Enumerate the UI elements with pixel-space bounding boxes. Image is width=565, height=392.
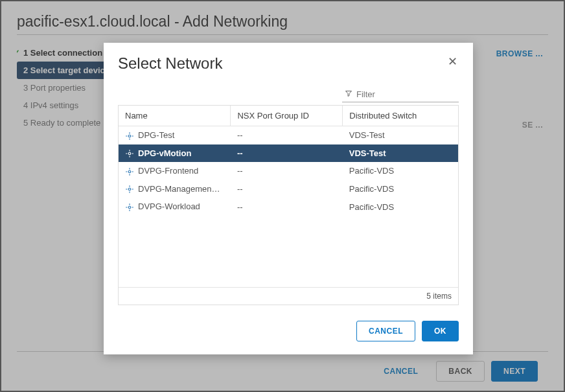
close-icon[interactable]: ✕ bbox=[446, 54, 459, 69]
svg-point-1 bbox=[128, 152, 131, 155]
modal-cancel-button[interactable]: CANCEL bbox=[356, 321, 415, 341]
cell-name: DPG-Test bbox=[119, 126, 231, 144]
svg-point-3 bbox=[128, 189, 131, 191]
table-row[interactable]: DPG-Test--VDS-Test bbox=[119, 126, 458, 144]
modal-title: Select Network bbox=[118, 54, 222, 73]
cell-dswitch: Pacific-VDS bbox=[343, 198, 458, 216]
filter-input[interactable] bbox=[355, 87, 459, 102]
svg-point-4 bbox=[128, 206, 131, 209]
row-name-label: DVPG-Frontend bbox=[138, 166, 198, 176]
table-item-count: 5 items bbox=[119, 287, 458, 305]
table-row[interactable]: DVPG-Managemen…--Pacific-VDS bbox=[119, 180, 458, 198]
row-name-label: DPG-vMotion bbox=[138, 148, 191, 158]
svg-point-0 bbox=[128, 135, 131, 137]
cell-dswitch: VDS-Test bbox=[343, 126, 458, 144]
portgroup-icon bbox=[125, 185, 134, 194]
network-table: Name NSX Port Group ID Distributed Switc… bbox=[119, 106, 458, 216]
select-network-modal: Select Network ✕ Name NSX Port Group bbox=[104, 43, 473, 354]
cell-name: DVPG-Managemen… bbox=[119, 180, 231, 198]
portgroup-icon bbox=[125, 149, 134, 158]
filter-icon bbox=[342, 89, 355, 99]
cell-dswitch: Pacific-VDS bbox=[343, 162, 458, 180]
modal-ok-button[interactable]: OK bbox=[422, 321, 459, 341]
cell-nsx: -- bbox=[231, 198, 343, 216]
network-table-body: DPG-Test--VDS-Test DPG-vMotion--VDS-Test… bbox=[119, 126, 458, 216]
cell-nsx: -- bbox=[231, 162, 343, 180]
col-dswitch[interactable]: Distributed Switch bbox=[343, 106, 458, 126]
cell-dswitch: VDS-Test bbox=[343, 144, 458, 163]
portgroup-icon bbox=[125, 203, 134, 212]
filter-field[interactable] bbox=[342, 87, 459, 102]
row-name-label: DVPG-Managemen… bbox=[138, 184, 220, 194]
cell-nsx: -- bbox=[231, 180, 343, 198]
cell-name: DVPG-Frontend bbox=[119, 162, 231, 180]
row-name-label: DVPG-Workload bbox=[138, 202, 200, 211]
cell-nsx: -- bbox=[231, 126, 343, 144]
cell-name: DVPG-Workload bbox=[119, 198, 231, 216]
cell-nsx: -- bbox=[231, 144, 343, 163]
table-row[interactable]: DPG-vMotion--VDS-Test bbox=[119, 144, 458, 163]
table-row[interactable]: DVPG-Frontend--Pacific-VDS bbox=[119, 162, 458, 180]
portgroup-icon bbox=[125, 132, 134, 141]
cell-name: DPG-vMotion bbox=[119, 144, 231, 163]
portgroup-icon bbox=[125, 167, 134, 176]
row-name-label: DPG-Test bbox=[138, 130, 174, 140]
col-nsx[interactable]: NSX Port Group ID bbox=[231, 106, 343, 126]
table-empty-space bbox=[119, 216, 458, 287]
col-name[interactable]: Name bbox=[119, 106, 231, 126]
svg-point-2 bbox=[128, 170, 131, 173]
cell-dswitch: Pacific-VDS bbox=[343, 180, 458, 198]
table-row[interactable]: DVPG-Workload--Pacific-VDS bbox=[119, 198, 458, 216]
